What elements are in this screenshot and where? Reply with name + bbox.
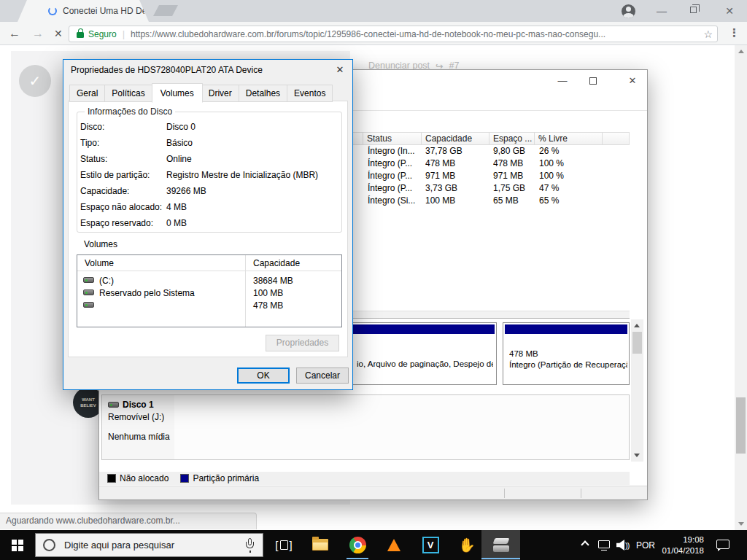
vlc-icon[interactable] xyxy=(384,535,403,554)
url-text[interactable]: https://www.clubedohardware.com.br/forum… xyxy=(131,29,699,39)
cancel-button[interactable]: Cancelar xyxy=(296,368,349,384)
ok-button[interactable]: OK xyxy=(237,368,290,384)
dialog-tabs: Geral Políticas Volumes Driver Detalhes … xyxy=(69,83,333,102)
disk-info-row: Espaço reservado: 0 MB xyxy=(80,218,336,234)
volumes-column-capacity[interactable]: Capacidade xyxy=(253,258,300,268)
dm-maximize-button[interactable] xyxy=(589,77,597,85)
page-scrollbar[interactable] xyxy=(735,45,747,530)
screen: ✓ Denunciar post ↪ #7 WANT BELIEV Conect… xyxy=(0,0,747,560)
disk-management-taskbar-icon[interactable] xyxy=(481,530,520,560)
properties-button[interactable]: Propriedades xyxy=(266,335,339,351)
language-indicator[interactable]: POR xyxy=(636,540,655,551)
dialog-tab-pane: Informações do Disco Disco: Disco 0 Tipo… xyxy=(68,101,348,357)
task-view-button[interactable]: [ ] xyxy=(274,535,293,554)
volumes-list[interactable]: Volume Capacidade (C:) 38684 MB xyxy=(77,254,342,327)
start-button[interactable] xyxy=(12,540,23,551)
legend-color-icon xyxy=(180,474,189,483)
browser-status-text: Aguardando www.clubedohardware.com.br... xyxy=(0,513,257,529)
clock-date: 01/04/2018 xyxy=(656,545,704,556)
dm-minimize-button[interactable]: — xyxy=(553,75,572,88)
scrollbar-thumb[interactable] xyxy=(736,397,746,454)
taskbar-search[interactable]: Digite aqui para pesquisar xyxy=(35,533,263,557)
browser-close-button[interactable]: ✕ xyxy=(721,2,738,20)
disk1-label-box[interactable]: Disco 1 Removível (J:) Nenhuma mídia xyxy=(101,394,175,460)
tab-loading-spinner xyxy=(48,7,57,15)
volume-drive-icon xyxy=(83,289,94,295)
microphone-icon[interactable] xyxy=(244,537,255,553)
dm-vertical-scrollbar[interactable] xyxy=(631,319,643,462)
volume-row[interactable]: (C:) 38684 MB xyxy=(77,275,341,287)
new-tab-button[interactable] xyxy=(153,5,178,16)
vegas-icon[interactable]: V xyxy=(421,535,440,554)
clock[interactable]: 19:08 01/04/2018 xyxy=(656,534,704,556)
chrome-active-indicator xyxy=(347,558,368,559)
disk-info-row: Disco: Disco 0 xyxy=(80,122,336,138)
dm-close-button[interactable]: ✕ xyxy=(623,75,642,88)
dm-scroll-down-icon[interactable] xyxy=(634,454,640,457)
disk-info-row: Estilo de partição: Registro Mestre de I… xyxy=(80,170,336,186)
back-button[interactable]: ← xyxy=(9,27,20,40)
forward-button[interactable]: → xyxy=(32,27,44,40)
dm-column-status[interactable]: Status xyxy=(363,132,422,145)
browser-minimize-button[interactable]: — xyxy=(653,2,670,20)
tab-volumes[interactable]: Volumes xyxy=(152,83,203,103)
file-explorer-icon[interactable] xyxy=(311,535,330,554)
dm-column-capacity[interactable]: Capacidade xyxy=(422,132,489,145)
tab-detalhes[interactable]: Detalhes xyxy=(239,85,287,102)
url-bar[interactable]: Seguro | https://www.clubedohardware.com… xyxy=(69,26,718,42)
partition-recovery-text: 478 MB Íntegro (Partição de Recuperaçã xyxy=(509,349,627,370)
volume-row[interactable]: Reservado pelo Sistema 100 MB xyxy=(77,287,341,300)
legend-item: Não alocado xyxy=(107,473,169,483)
secure-label[interactable]: Seguro xyxy=(88,29,117,39)
partition-c-text: io, Arquivo de paginação, Despejo de xyxy=(357,359,493,368)
volumes-column-name[interactable]: Volume xyxy=(85,258,114,268)
search-placeholder: Digite aqui para pesquisar xyxy=(64,540,244,551)
disk-icon xyxy=(108,402,119,408)
network-icon[interactable] xyxy=(598,540,611,551)
dialog-close-button[interactable]: ✕ xyxy=(329,60,351,80)
tray-chevron-icon[interactable] xyxy=(581,540,589,548)
legend-item: Partição primária xyxy=(180,473,259,483)
partition-recovery-size: 478 MB xyxy=(509,349,627,359)
dialog-title: Propriedades de HDS728040PLAT20 ATA Devi… xyxy=(71,60,263,80)
disk-info-legend: Informações do Disco xyxy=(85,106,175,117)
tab-politicas[interactable]: Políticas xyxy=(105,85,152,102)
dm-column-space[interactable]: Espaço ... xyxy=(489,132,535,145)
scroll-down-icon[interactable] xyxy=(738,522,744,526)
url-separator: | xyxy=(123,28,125,39)
bookmark-star-icon[interactable]: ☆ xyxy=(703,28,713,40)
dm-legend: Não alocado Partição primária xyxy=(99,472,630,485)
chrome-icon[interactable] xyxy=(348,535,367,554)
disk-info-row: Espaço não alocado: 4 MB xyxy=(80,202,336,218)
stop-button[interactable]: ✕ xyxy=(54,28,63,39)
clock-time: 19:08 xyxy=(656,534,704,545)
dm-column-free[interactable]: % Livre xyxy=(535,132,603,145)
disk1-media-area[interactable] xyxy=(174,394,630,460)
dm-scrollbar-thumb[interactable] xyxy=(632,332,642,354)
partition-recovery-box[interactable]: 478 MB Íntegro (Partição de Recuperaçã xyxy=(503,322,630,385)
volume-icon[interactable] xyxy=(616,540,629,551)
partition-recovery-bar xyxy=(505,324,627,334)
disk1-kind: Removível (J:) xyxy=(108,412,164,422)
disk-info-row: Tipo: Básico xyxy=(80,138,336,154)
volume-drive-icon xyxy=(83,302,94,308)
hand-app-icon[interactable]: ✋ xyxy=(457,535,476,554)
action-center-icon[interactable] xyxy=(716,540,729,551)
browser-restore-button[interactable] xyxy=(690,7,697,13)
browser-menu-icon[interactable]: ⋮ xyxy=(729,26,740,39)
volume-drive-icon xyxy=(83,277,94,283)
tab-geral[interactable]: Geral xyxy=(69,85,105,102)
tab-driver[interactable]: Driver xyxy=(202,85,239,102)
profile-icon[interactable] xyxy=(622,4,635,18)
partition-c-box[interactable]: io, Arquivo de paginação, Despejo de xyxy=(336,322,497,385)
partition-c-bar xyxy=(338,324,495,334)
volume-row[interactable]: 478 MB xyxy=(77,300,341,312)
legend-color-icon xyxy=(107,474,116,483)
scroll-up-icon[interactable] xyxy=(738,50,744,53)
dm-scroll-up-icon[interactable] xyxy=(634,324,640,327)
dm-column-tail xyxy=(603,132,630,145)
browser-tab[interactable]: Conectei Uma HD De not ✕ xyxy=(18,0,149,22)
tab-eventos[interactable]: Eventos xyxy=(287,85,333,102)
lock-icon xyxy=(77,32,84,38)
volumes-label: Volumes xyxy=(84,239,117,249)
